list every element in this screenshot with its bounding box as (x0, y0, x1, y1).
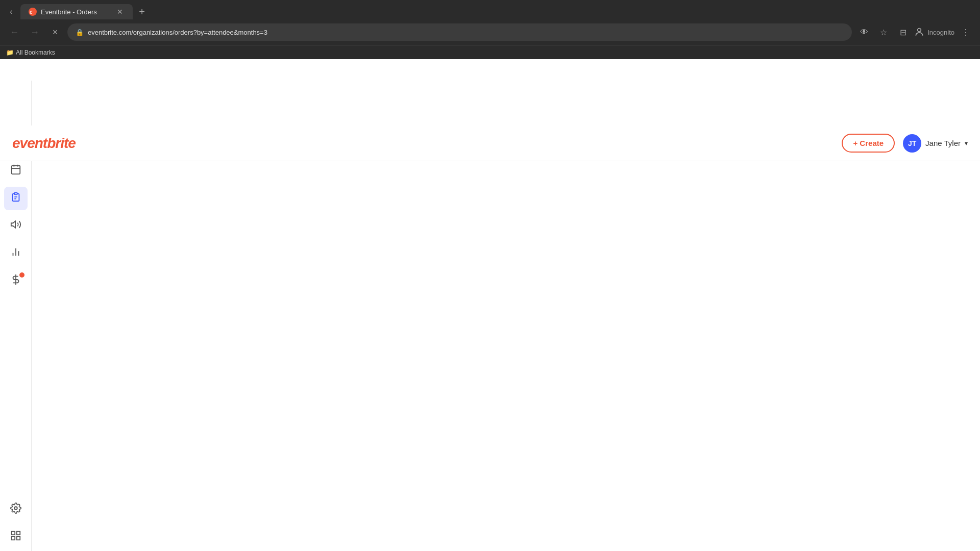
browser-actions: 👁 ☆ ⊟ Incognito ⋮ (856, 24, 974, 40)
analytics-icon (10, 246, 21, 261)
top-nav: eventbrite + Create JT Jane Tyler ▾ (0, 126, 980, 161)
back-button[interactable]: ← (6, 24, 22, 40)
svg-marker-10 (11, 221, 15, 228)
apps-icon (10, 530, 21, 544)
svg-rect-3 (11, 166, 20, 174)
address-bar[interactable]: 🔒 eventbrite.com/organizations/orders?by… (67, 23, 852, 41)
tab-close-button[interactable]: ✕ (115, 7, 125, 16)
eventbrite-logo: eventbrite (12, 135, 76, 152)
forward-button[interactable]: → (27, 24, 43, 40)
sidebar-bottom (4, 498, 28, 551)
svg-point-2 (918, 29, 921, 32)
reload-button[interactable]: × (47, 24, 63, 40)
user-name: Jane Tyler (925, 139, 961, 147)
sidebar-item-events[interactable] (4, 159, 28, 183)
star-icon[interactable]: ☆ (875, 24, 892, 40)
create-button[interactable]: + Create (842, 134, 895, 153)
user-menu-button[interactable]: JT Jane Tyler ▾ (903, 134, 968, 153)
app-layout: eventbrite + Create JT Jane Tyler ▾ ⌂ (0, 81, 980, 551)
marketing-icon (10, 219, 21, 233)
folder-icon: 📁 (6, 49, 14, 56)
visibility-off-icon[interactable]: 👁 (856, 24, 872, 40)
tab-title: Eventbrite - Orders (41, 8, 97, 16)
browser-chrome: ‹ e Eventbrite - Orders ✕ + ← → × 🔒 even… (0, 0, 980, 45)
orders-icon (10, 191, 21, 206)
sidebar-item-apps[interactable] (4, 525, 28, 549)
calendar-icon (10, 164, 21, 178)
more-options-button[interactable]: ⋮ (958, 24, 974, 40)
svg-text:e: e (30, 9, 33, 15)
svg-rect-16 (11, 532, 14, 535)
svg-point-15 (14, 507, 17, 510)
user-avatar: JT (903, 134, 921, 153)
bookmarks-label: All Bookmarks (16, 49, 55, 56)
new-tab-button[interactable]: + (135, 5, 149, 19)
bookmarks-folder[interactable]: 📁 All Bookmarks (6, 49, 55, 56)
finance-badge (19, 272, 24, 278)
active-tab[interactable]: e Eventbrite - Orders ✕ (20, 4, 133, 19)
browser-tabs: ‹ e Eventbrite - Orders ✕ + (0, 0, 980, 19)
logo-text: eventbrite (12, 135, 76, 151)
svg-rect-19 (11, 537, 14, 540)
settings-icon (10, 503, 21, 517)
tab-nav-back[interactable]: ‹ (4, 5, 18, 19)
split-view-icon[interactable]: ⊟ (895, 24, 911, 40)
tab-favicon: e (29, 8, 37, 16)
url-text: eventbrite.com/organizations/orders?by=a… (88, 29, 844, 36)
bookmarks-bar: 📁 All Bookmarks (0, 45, 980, 59)
incognito-label: Incognito (927, 29, 954, 36)
lock-icon: 🔒 (76, 29, 84, 36)
svg-rect-18 (16, 537, 19, 540)
sidebar-item-marketing[interactable] (4, 214, 28, 238)
sidebar-item-orders[interactable] (4, 187, 28, 210)
sidebar-item-finance[interactable] (4, 269, 28, 293)
browser-address-bar-row: ← → × 🔒 eventbrite.com/organizations/ord… (0, 19, 980, 45)
user-initials: JT (908, 139, 916, 147)
sidebar-item-settings[interactable] (4, 498, 28, 521)
sidebar-item-analytics[interactable] (4, 242, 28, 265)
incognito-button[interactable]: Incognito (914, 27, 954, 37)
svg-rect-17 (16, 532, 19, 535)
create-button-label: + Create (853, 139, 884, 147)
svg-rect-7 (14, 193, 17, 195)
top-nav-right: + Create JT Jane Tyler ▾ (842, 134, 968, 153)
user-menu-chevron: ▾ (965, 140, 968, 147)
